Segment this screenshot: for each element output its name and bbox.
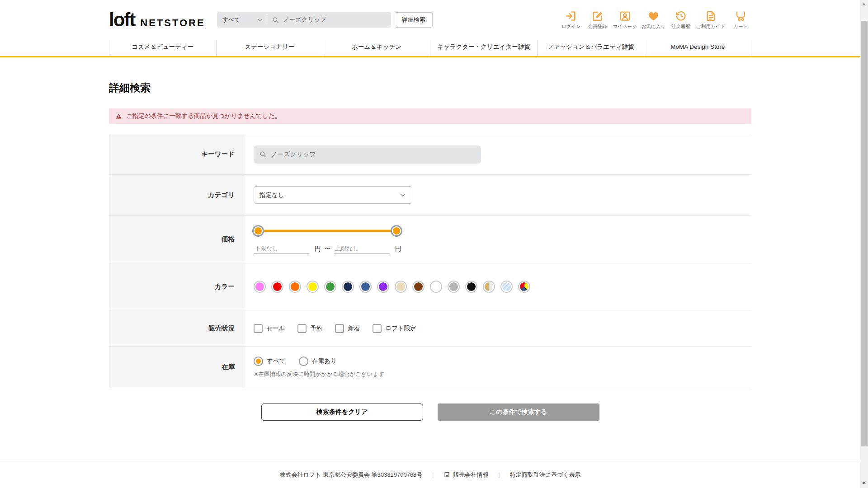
quicklink-label: ご利用ガイド: [696, 23, 725, 30]
footer-link-tokusho[interactable]: 特定商取引法に基づく表示: [510, 471, 581, 479]
no-results-alert: ご指定の条件に一致する商品が見つかりませんでした。: [109, 108, 751, 124]
color-swatch-pink[interactable]: [254, 281, 266, 293]
category-label: カテゴリ: [109, 175, 245, 215]
footer-link-label: 販売会社情報: [453, 471, 488, 479]
guide-icon: [705, 10, 717, 22]
store-icon: [443, 471, 450, 478]
footer-link-seller-info[interactable]: 販売会社情報: [443, 471, 488, 479]
checkbox-box-reserve[interactable]: [297, 324, 307, 333]
footer-link-label: 特定商取引法に基づく表示: [510, 471, 581, 479]
checkbox-label: 予約: [310, 324, 322, 333]
radio-all[interactable]: すべて: [254, 357, 285, 366]
header-quick-links: ログイン会員登録マイページお気に入り注文履歴ご利用ガイドカート: [560, 10, 751, 30]
site-header: loft NETSTORE すべて 詳細: [0, 0, 868, 57]
quicklink-cart[interactable]: カート: [730, 10, 751, 30]
color-swatch-purple[interactable]: [377, 281, 389, 293]
checkbox-sale[interactable]: セール: [254, 324, 285, 333]
form-row-price: 価格 円 〜 円: [109, 216, 751, 263]
quicklink-order-history[interactable]: 注文履歴: [670, 10, 692, 30]
price-min-input[interactable]: [254, 244, 309, 254]
nav-item-stationery[interactable]: ステーショナリー: [216, 40, 323, 56]
clear-conditions-button[interactable]: 検索条件をクリア: [261, 404, 423, 421]
radio-in-stock[interactable]: 在庫あり: [299, 357, 337, 366]
radio-circle-in-stock[interactable]: [299, 357, 308, 366]
checkbox-label: 新着: [348, 324, 360, 333]
quicklink-mypage[interactable]: マイページ: [613, 10, 637, 30]
advanced-search-button[interactable]: 詳細検索: [395, 12, 433, 28]
header-search-group: すべて 詳細検索: [217, 12, 433, 28]
footer-separator: |: [498, 472, 500, 478]
chevron-down-icon: [399, 192, 406, 199]
color-swatch-beige[interactable]: [395, 281, 407, 293]
search-box-divider: [267, 15, 267, 25]
price-range-slider[interactable]: [258, 225, 396, 237]
quicklink-favorites[interactable]: お気に入り: [642, 10, 665, 30]
page-title: 詳細検索: [109, 81, 751, 95]
nav-item-cosmetics[interactable]: コスメ＆ビューティー: [109, 40, 216, 56]
search-form: キーワード カテゴリ 指定なし: [109, 134, 751, 388]
checkbox-loft-limited[interactable]: ロフト限定: [373, 324, 416, 333]
footer-company-text: 株式会社ロフト 東京都公安委員会 第303319700768号: [279, 471, 422, 479]
nav-item-character-goods[interactable]: キャラクター・クリエイター雑貨: [430, 40, 537, 56]
color-swatch-yellow[interactable]: [307, 281, 319, 293]
color-swatch-white[interactable]: [430, 281, 442, 293]
quicklink-label: マイページ: [613, 23, 637, 30]
sales-status-options: セール予約新着ロフト限定: [254, 324, 751, 333]
form-actions: 検索条件をクリア この条件で検索する: [109, 404, 751, 421]
price-min-unit: 円: [315, 245, 321, 253]
color-swatch-gray[interactable]: [448, 281, 460, 293]
price-inputs: 円 〜 円: [254, 244, 751, 254]
nav-item-moma[interactable]: MoMA Design Store: [644, 40, 751, 56]
stock-options: すべて在庫あり: [254, 357, 751, 366]
quicklink-register[interactable]: 会員登録: [586, 10, 608, 30]
scrollbar-thumb[interactable]: [861, 21, 868, 446]
color-swatch-brown[interactable]: [412, 281, 425, 293]
price-max-input[interactable]: [334, 244, 390, 254]
checkbox-reserve[interactable]: 予約: [297, 324, 322, 333]
form-row-color: カラー: [109, 263, 751, 310]
search-submit-button[interactable]: この条件で検索する: [438, 404, 599, 421]
vertical-scrollbar[interactable]: [860, 0, 868, 488]
loft-logo[interactable]: loft NETSTORE: [109, 10, 205, 29]
checkbox-box-loft-limited[interactable]: [373, 324, 382, 333]
color-swatch-multicolor[interactable]: [518, 281, 530, 293]
keyword-label: キーワード: [109, 134, 245, 174]
color-swatch-navy[interactable]: [342, 281, 354, 293]
category-select[interactable]: 指定なし: [254, 186, 412, 204]
checkbox-box-sale[interactable]: [254, 324, 263, 333]
scrollbar-up-arrow-icon[interactable]: [862, 3, 866, 5]
checkbox-label: ロフト限定: [385, 324, 416, 333]
color-swatch-blue[interactable]: [359, 281, 372, 293]
color-swatch-clear[interactable]: [500, 281, 513, 293]
radio-circle-all[interactable]: [254, 357, 263, 366]
radio-label: 在庫あり: [312, 357, 337, 365]
price-slider-handle-min[interactable]: [252, 225, 264, 237]
logo-mark: loft: [109, 10, 135, 29]
header-search-input[interactable]: [283, 17, 391, 23]
nav-item-fashion-variety[interactable]: ファッション＆バラエティ雑貨: [537, 40, 644, 56]
mypage-icon: [619, 10, 631, 22]
color-swatch-gold-silver[interactable]: [483, 281, 495, 293]
header-top: loft NETSTORE すべて 詳細: [109, 0, 751, 40]
nav-item-home-kitchen[interactable]: ホーム＆キッチン: [323, 40, 430, 56]
price-slider-handle-max[interactable]: [391, 225, 402, 237]
stock-note: ※在庫情報の反映に時間がかかる場合がございます: [254, 371, 751, 378]
color-swatch-green[interactable]: [324, 281, 336, 293]
color-swatch-orange[interactable]: [289, 281, 301, 293]
register-icon: [591, 10, 604, 22]
keyword-input[interactable]: [271, 151, 476, 158]
price-range-separator: 〜: [325, 245, 331, 253]
quicklink-login[interactable]: ログイン: [560, 10, 582, 30]
chevron-down-icon: [257, 17, 263, 23]
login-icon: [565, 10, 577, 22]
quicklink-guide[interactable]: ご利用ガイド: [696, 10, 725, 30]
checkbox-new[interactable]: 新着: [335, 324, 360, 333]
scrollbar-down-arrow-icon[interactable]: [862, 482, 866, 484]
category-selected-value: 指定なし: [259, 191, 284, 199]
color-swatch-red[interactable]: [271, 281, 283, 293]
checkbox-label: セール: [266, 324, 285, 333]
checkbox-box-new[interactable]: [335, 324, 344, 333]
cart-icon: [735, 10, 747, 22]
search-category-select[interactable]: すべて: [217, 12, 267, 28]
color-swatch-black[interactable]: [465, 281, 477, 293]
